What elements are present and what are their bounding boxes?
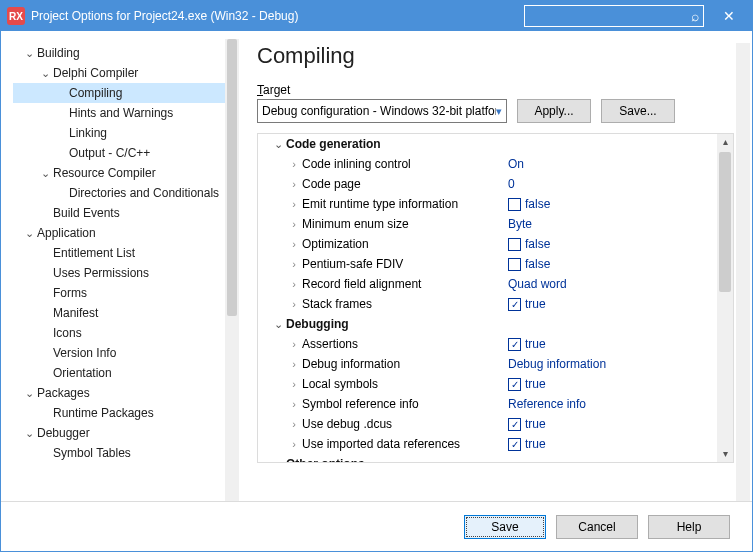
option-value[interactable]: ✓true <box>508 337 717 351</box>
option-row[interactable]: ›Stack frames✓true <box>258 294 717 314</box>
option-value[interactable]: 0 <box>508 177 717 191</box>
chevron-down-icon[interactable]: ⌄ <box>21 388 37 399</box>
tree-scrollbar[interactable] <box>225 39 239 501</box>
tree-item-runtime-packages[interactable]: ·Runtime Packages <box>13 403 235 423</box>
option-row[interactable]: ›Record field alignmentQuad word <box>258 274 717 294</box>
close-button[interactable]: ✕ <box>712 1 746 31</box>
tree-item-application[interactable]: ⌄Application <box>13 223 235 243</box>
nav-tree[interactable]: ⌄Building⌄Delphi Compiler·Compiling·Hint… <box>1 31 239 501</box>
grid-scrollbar[interactable]: ▴ ▾ <box>717 134 733 462</box>
option-value[interactable]: false <box>508 237 717 251</box>
option-value[interactable]: ✓true <box>508 297 717 311</box>
checkbox[interactable]: ✓ <box>508 438 521 451</box>
chevron-right-icon[interactable]: › <box>286 418 302 430</box>
scroll-up-icon[interactable]: ▴ <box>717 134 733 150</box>
chevron-right-icon[interactable]: › <box>286 338 302 350</box>
scroll-thumb[interactable] <box>719 152 731 292</box>
tree-item-entitlement-list[interactable]: ·Entitlement List <box>13 243 235 263</box>
chevron-right-icon[interactable]: › <box>286 438 302 450</box>
option-row[interactable]: ›Use imported data references✓true <box>258 434 717 454</box>
tree-item-directories-and-conditionals[interactable]: ·Directories and Conditionals <box>13 183 235 203</box>
apply-button[interactable]: Apply... <box>517 99 591 123</box>
tree-item-orientation[interactable]: ·Orientation <box>13 363 235 383</box>
chevron-right-icon[interactable]: › <box>286 378 302 390</box>
checkbox[interactable]: ✓ <box>508 338 521 351</box>
search-input[interactable] <box>529 10 691 22</box>
chevron-right-icon[interactable]: › <box>286 198 302 210</box>
option-row[interactable]: ›Symbol reference infoReference info <box>258 394 717 414</box>
option-value[interactable]: ✓true <box>508 417 717 431</box>
tree-item-delphi-compiler[interactable]: ⌄Delphi Compiler <box>13 63 235 83</box>
chevron-right-icon[interactable]: › <box>286 178 302 190</box>
tree-item-packages[interactable]: ⌄Packages <box>13 383 235 403</box>
option-value[interactable]: ✓true <box>508 377 717 391</box>
tree-item-version-info[interactable]: ·Version Info <box>13 343 235 363</box>
option-value[interactable]: Quad word <box>508 277 717 291</box>
option-row[interactable]: ›Emit runtime type informationfalse <box>258 194 717 214</box>
titlebar-search[interactable]: ⌕ <box>524 5 704 27</box>
checkbox[interactable]: ✓ <box>508 378 521 391</box>
option-value[interactable]: Reference info <box>508 397 717 411</box>
chevron-down-icon[interactable]: ⌄ <box>270 318 286 331</box>
option-row[interactable]: ›Code inlining controlOn <box>258 154 717 174</box>
checkbox[interactable] <box>508 238 521 251</box>
options-grid[interactable]: ⌄Code generation›Code inlining controlOn… <box>258 134 717 462</box>
chevron-down-icon[interactable]: ⌄ <box>21 428 37 439</box>
option-row[interactable]: ›Debug informationDebug information <box>258 354 717 374</box>
chevron-right-icon[interactable]: › <box>286 218 302 230</box>
chevron-right-icon[interactable]: › <box>286 238 302 250</box>
search-icon[interactable]: ⌕ <box>691 8 699 24</box>
option-value[interactable]: false <box>508 197 717 211</box>
option-row[interactable]: ›Assertions✓true <box>258 334 717 354</box>
chevron-down-icon[interactable]: ⌄ <box>37 68 53 79</box>
tree-item-debugger[interactable]: ⌄Debugger <box>13 423 235 443</box>
tree-item-build-events[interactable]: ·Build Events <box>13 203 235 223</box>
chevron-down-icon[interactable]: ⌄ <box>21 228 37 239</box>
option-value[interactable]: On <box>508 157 717 171</box>
target-combo[interactable]: Debug configuration - Windows 32-bit pla… <box>257 99 507 123</box>
cancel-button[interactable]: Cancel <box>556 515 638 539</box>
tree-item-symbol-tables[interactable]: ·Symbol Tables <box>13 443 235 463</box>
chevron-right-icon[interactable]: › <box>286 358 302 370</box>
save-button[interactable]: Save <box>464 515 546 539</box>
chevron-right-icon[interactable]: › <box>286 258 302 270</box>
tree-item-uses-permissions[interactable]: ·Uses Permissions <box>13 263 235 283</box>
option-row[interactable]: ›Optimizationfalse <box>258 234 717 254</box>
scroll-down-icon[interactable]: ▾ <box>717 446 733 462</box>
option-row[interactable]: ›Code page0 <box>258 174 717 194</box>
option-row[interactable]: ›Minimum enum sizeByte <box>258 214 717 234</box>
option-row[interactable]: ›Local symbols✓true <box>258 374 717 394</box>
checkbox[interactable] <box>508 258 521 271</box>
option-value[interactable]: false <box>508 257 717 271</box>
chevron-down-icon[interactable]: ⌄ <box>270 458 286 463</box>
tree-item-manifest[interactable]: ·Manifest <box>13 303 235 323</box>
panel-scrollbar[interactable] <box>736 43 750 501</box>
category-row[interactable]: ⌄Code generation <box>258 134 717 154</box>
checkbox[interactable] <box>508 198 521 211</box>
chevron-down-icon[interactable]: ⌄ <box>37 168 53 179</box>
save-target-button[interactable]: Save... <box>601 99 675 123</box>
chevron-right-icon[interactable]: › <box>286 158 302 170</box>
category-row[interactable]: ⌄Debugging <box>258 314 717 334</box>
help-button[interactable]: Help <box>648 515 730 539</box>
tree-item-building[interactable]: ⌄Building <box>13 43 235 63</box>
tree-item-icons[interactable]: ·Icons <box>13 323 235 343</box>
tree-item-hints-and-warnings[interactable]: ·Hints and Warnings <box>13 103 235 123</box>
checkbox[interactable]: ✓ <box>508 298 521 311</box>
chevron-down-icon[interactable]: ⌄ <box>21 48 37 59</box>
tree-item-linking[interactable]: ·Linking <box>13 123 235 143</box>
checkbox[interactable]: ✓ <box>508 418 521 431</box>
option-value[interactable]: Debug information <box>508 357 717 371</box>
option-value[interactable]: ✓true <box>508 437 717 451</box>
tree-item-forms[interactable]: ·Forms <box>13 283 235 303</box>
chevron-right-icon[interactable]: › <box>286 298 302 310</box>
option-row[interactable]: ›Use debug .dcus✓true <box>258 414 717 434</box>
category-row[interactable]: ⌄Other options <box>258 454 717 462</box>
tree-item-resource-compiler[interactable]: ⌄Resource Compiler <box>13 163 235 183</box>
option-row[interactable]: ›Pentium-safe FDIVfalse <box>258 254 717 274</box>
chevron-right-icon[interactable]: › <box>286 398 302 410</box>
chevron-right-icon[interactable]: › <box>286 278 302 290</box>
tree-item-compiling[interactable]: ·Compiling <box>13 83 235 103</box>
tree-item-output-c-c-[interactable]: ·Output - C/C++ <box>13 143 235 163</box>
option-value[interactable]: Byte <box>508 217 717 231</box>
